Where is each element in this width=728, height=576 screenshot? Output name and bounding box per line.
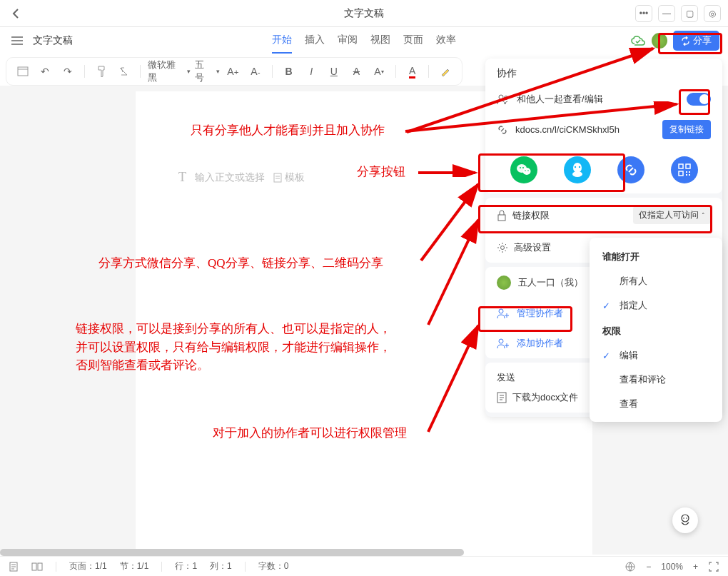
horizontal-scrollbar[interactable]: [0, 549, 464, 556]
popup-edit[interactable]: ✓编辑: [590, 343, 722, 368]
svg-point-35: [686, 517, 687, 519]
back-button[interactable]: [7, 5, 24, 22]
svg-point-11: [572, 171, 582, 177]
toolbar: ↶ ↷ 微软雅黑▾ 五号▾ A+ A- B I U A A▾ A: [6, 57, 462, 86]
fullscreen-icon[interactable]: [708, 561, 719, 572]
target-button[interactable]: ◎: [704, 5, 721, 22]
owner-avatar: [497, 276, 511, 290]
link-icon: [497, 124, 508, 136]
popup-everyone[interactable]: 所有人: [590, 269, 722, 293]
advanced-settings[interactable]: 高级设置: [514, 241, 551, 254]
svg-rect-20: [689, 174, 690, 176]
window-title: 文字文稿: [344, 7, 384, 20]
svg-point-10: [573, 163, 582, 173]
svg-rect-37: [32, 563, 36, 570]
popup-who-title: 谁能打开: [590, 248, 722, 269]
menu-icon[interactable]: [9, 32, 26, 49]
svg-point-23: [499, 309, 503, 313]
font-size-select[interactable]: 五号▾: [195, 59, 219, 84]
page-indicator[interactable]: 页面：1/1: [69, 560, 107, 572]
svg-rect-14: [679, 164, 683, 168]
globe-icon[interactable]: [625, 561, 636, 572]
copy-link-button[interactable]: 复制链接: [662, 120, 711, 139]
svg-point-24: [506, 315, 507, 316]
page-view-icon[interactable]: [9, 562, 19, 572]
placeholder-text: 输入正文或选择: [195, 171, 265, 184]
share-button-label: 分享: [693, 34, 712, 47]
redo-button[interactable]: ↷: [59, 62, 77, 81]
svg-point-13: [578, 166, 580, 168]
svg-point-3: [505, 96, 508, 100]
statusbar: 页面：1/1 节：1/1 行：1 列：1 字数：0 − 100% +: [0, 556, 728, 576]
template-icon[interactable]: 模板: [273, 171, 305, 184]
zoom-in[interactable]: +: [693, 562, 698, 572]
link-perm-label: 链接权限: [512, 209, 550, 222]
svg-point-8: [525, 170, 526, 171]
underline-button[interactable]: U: [325, 62, 343, 81]
user-avatar[interactable]: [652, 33, 667, 49]
popup-perm-title: 权限: [590, 322, 722, 343]
svg-point-5: [522, 168, 530, 175]
svg-point-9: [527, 170, 529, 171]
tab-view[interactable]: 视图: [370, 28, 390, 54]
font-color-button[interactable]: A: [403, 62, 422, 81]
reading-view-icon[interactable]: [31, 562, 43, 571]
italic-button[interactable]: I: [302, 62, 320, 81]
svg-point-33: [682, 515, 689, 522]
svg-point-25: [499, 339, 503, 343]
tab-start[interactable]: 开始: [272, 28, 292, 54]
bold-button[interactable]: B: [280, 62, 298, 81]
view-edit-label: 和他人一起查看/编辑: [517, 93, 679, 106]
undo-button[interactable]: ↶: [36, 62, 55, 81]
word-count[interactable]: 字数：0: [258, 560, 289, 572]
svg-point-7: [522, 167, 524, 168]
tab-efficiency[interactable]: 效率: [436, 28, 456, 54]
collab-toggle[interactable]: [687, 93, 711, 106]
svg-point-6: [520, 167, 521, 168]
popup-view[interactable]: 查看: [590, 392, 722, 416]
section-indicator: 节：1/1: [120, 560, 149, 572]
svg-point-22: [501, 246, 505, 250]
zoom-out[interactable]: −: [646, 562, 651, 572]
tab-insert[interactable]: 插入: [305, 28, 325, 54]
people-icon: [497, 94, 510, 105]
preview-icon[interactable]: [14, 62, 32, 81]
svg-point-34: [683, 517, 684, 519]
text-insert-icon: T: [178, 170, 186, 185]
document-name: 文字文稿: [33, 34, 73, 47]
line-indicator: 行：1: [175, 560, 197, 572]
qq-share-icon[interactable]: [564, 156, 591, 183]
link-share-icon[interactable]: [617, 156, 644, 183]
clear-format-button[interactable]: [114, 62, 133, 81]
gear-icon: [497, 242, 508, 253]
highlight-button[interactable]: [436, 62, 455, 81]
decrease-font-button[interactable]: A-: [246, 62, 265, 81]
qrcode-share-icon[interactable]: [671, 156, 698, 183]
popup-specified[interactable]: ✓指定人: [590, 293, 722, 318]
svg-rect-15: [686, 164, 690, 168]
share-url: kdocs.cn/l/ciCKMSkhxl5h: [515, 124, 655, 135]
link-perm-select[interactable]: 仅指定人可访问˄: [633, 206, 711, 224]
assistant-button[interactable]: [672, 507, 698, 533]
permission-popup: 谁能打开 所有人 ✓指定人 权限 ✓编辑 查看和评论 查看: [590, 238, 722, 422]
svg-rect-1: [274, 173, 281, 182]
cloud-sync-icon[interactable]: [630, 33, 646, 49]
text-effects-button[interactable]: A▾: [370, 62, 388, 81]
svg-rect-16: [679, 171, 683, 176]
maximize-button[interactable]: ▢: [681, 5, 698, 22]
font-family-select[interactable]: 微软雅黑▾: [148, 59, 191, 84]
more-button[interactable]: •••: [635, 5, 652, 22]
increase-font-button[interactable]: A+: [224, 62, 243, 81]
tab-review[interactable]: 审阅: [338, 28, 358, 54]
tab-page[interactable]: 页面: [403, 28, 423, 54]
svg-point-12: [574, 166, 575, 168]
zoom-level[interactable]: 100%: [661, 562, 683, 572]
minimize-button[interactable]: —: [658, 5, 675, 22]
format-painter-button[interactable]: [92, 62, 111, 81]
popup-view-comment[interactable]: 查看和评论: [590, 368, 722, 392]
col-indicator: 列：1: [210, 560, 232, 572]
strikethrough-button[interactable]: A: [348, 62, 366, 81]
share-button[interactable]: 分享: [673, 31, 719, 51]
collab-title: 协作: [485, 59, 722, 86]
wechat-share-icon[interactable]: [510, 156, 537, 183]
